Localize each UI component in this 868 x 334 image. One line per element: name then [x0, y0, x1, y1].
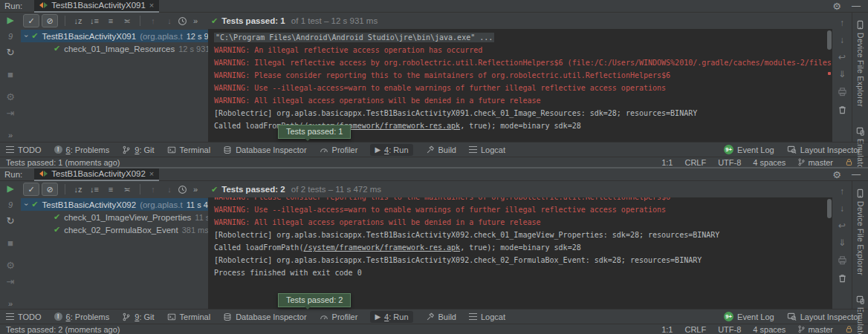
toolbar-problems[interactable]: !6: Problems: [54, 312, 110, 321]
soft-wrap-icon[interactable]: ↩: [838, 221, 846, 230]
expand-all-icon[interactable]: ≡: [103, 185, 119, 194]
toolbar-terminal[interactable]: Terminal: [167, 312, 211, 321]
toolbar-event-log[interactable]: 9+Event Log: [724, 145, 774, 154]
down-arrow-icon[interactable]: ↓: [840, 204, 844, 213]
scroll-to-end-icon[interactable]: ⇓: [838, 238, 846, 247]
up-arrow-icon[interactable]: ↑: [840, 187, 844, 196]
collapse-all-icon[interactable]: ≍: [119, 185, 135, 194]
up-arrow-icon[interactable]: ↑: [840, 19, 844, 27]
lock-icon[interactable]: [845, 158, 853, 166]
console-scrollbar[interactable]: [827, 30, 832, 50]
caret-position[interactable]: 1:1: [661, 325, 673, 334]
toolbar-profiler[interactable]: Profiler: [320, 312, 358, 321]
more-options-icon[interactable]: »: [8, 299, 13, 308]
toolbar-git[interactable]: 9: Git: [122, 145, 154, 154]
toolbar-logcat[interactable]: Logcat: [469, 312, 505, 321]
minimize-icon[interactable]: —: [852, 169, 861, 180]
refresh-icon[interactable]: ↻: [7, 48, 15, 58]
test-tree-row[interactable]: ✔ check_01_Image_Resources 12 s 931 ms: [21, 42, 208, 55]
more-toolbar-icon[interactable]: »: [187, 185, 204, 194]
toolbar-build[interactable]: Build: [426, 145, 456, 154]
line-ending[interactable]: CRLF: [684, 158, 706, 167]
toolbar-event-log[interactable]: 9+Event Log: [724, 312, 774, 321]
toolbar-profiler[interactable]: Profiler: [320, 145, 358, 154]
toolbar-database-inspector[interactable]: Database Inspector: [223, 145, 306, 154]
next-failed-test-icon[interactable]: ↓: [161, 185, 178, 194]
rerun-failed-tests-icon[interactable]: 9: [8, 31, 13, 42]
test-tree-root-row[interactable]: › ✔ TestB1BasicActivityX091 (org.aplas.t…: [21, 30, 208, 42]
run-tab[interactable]: TestB1BasicActivityX092 ×: [34, 168, 159, 181]
test-settings-gear-icon[interactable]: ⚙: [6, 261, 15, 271]
test-tree-root-row[interactable]: › ✔ TestB1BasicActivityX092 (org.aplas.t…: [21, 198, 208, 211]
sort-alphabetically-icon[interactable]: ↓z: [70, 185, 86, 194]
toolbar-database-inspector[interactable]: Database Inspector: [223, 312, 306, 321]
toolbar-problems[interactable]: !6: Problems: [54, 145, 110, 154]
toolbar-git[interactable]: 9: Git: [122, 312, 154, 321]
toolbar-run[interactable]: ▶4: Run: [370, 144, 412, 156]
lock-icon[interactable]: [845, 325, 853, 333]
test-settings-gear-icon[interactable]: ⚙: [6, 92, 15, 102]
soft-wrap-icon[interactable]: ↩: [838, 53, 846, 62]
sort-by-duration-icon[interactable]: ↓≡: [86, 185, 103, 194]
print-icon[interactable]: [838, 87, 847, 96]
sort-alphabetically-icon[interactable]: ↓z: [70, 16, 86, 25]
next-failed-test-icon[interactable]: ↓: [161, 16, 178, 25]
toolbar-logcat[interactable]: Logcat: [469, 145, 505, 154]
show-passed-toggle[interactable]: ✓: [23, 183, 39, 196]
test-history-icon[interactable]: [178, 16, 187, 26]
show-ignored-toggle[interactable]: ⊘: [42, 14, 58, 27]
sort-by-duration-icon[interactable]: ↓≡: [86, 16, 103, 25]
indent-setting[interactable]: 4 spaces: [753, 158, 786, 167]
toolbar-todo[interactable]: TODO: [6, 312, 42, 321]
stop-icon[interactable]: ■: [7, 70, 13, 80]
toolbar-run[interactable]: ▶4: Run: [370, 311, 412, 323]
clear-all-trash-icon[interactable]: [838, 105, 847, 114]
down-arrow-icon[interactable]: ↓: [840, 36, 844, 45]
expand-all-icon[interactable]: ≡: [103, 16, 119, 25]
scroll-to-end-icon[interactable]: ⇓: [838, 70, 846, 79]
import-test-results-icon[interactable]: ⇥: [7, 108, 15, 119]
git-branch-widget[interactable]: master: [797, 325, 833, 334]
line-ending[interactable]: CRLF: [684, 325, 706, 334]
print-icon[interactable]: [838, 255, 847, 265]
show-ignored-toggle[interactable]: ⊘: [42, 183, 58, 196]
previous-failed-test-icon[interactable]: ↑: [145, 16, 161, 25]
file-encoding[interactable]: UTF-8: [718, 325, 741, 334]
git-branch-widget[interactable]: master: [797, 158, 833, 167]
indent-setting[interactable]: 4 spaces: [753, 325, 786, 334]
settings-gear-icon[interactable]: ⚙: [832, 169, 841, 180]
toolbar-terminal[interactable]: Terminal: [167, 145, 211, 154]
test-tree-row[interactable]: ✔ check_01_ImageView_Properties 11 s 91 …: [21, 211, 208, 223]
device-file-explorer-button[interactable]: Device File Explorer: [855, 20, 865, 107]
stop-icon[interactable]: ■: [7, 238, 13, 249]
framework-res-link[interactable]: /system/framework/framework-res.apk: [303, 243, 460, 252]
close-tab-icon[interactable]: ×: [149, 169, 154, 178]
close-tab-icon[interactable]: ×: [149, 1, 154, 10]
more-options-icon[interactable]: »: [8, 131, 13, 140]
toolbar-todo[interactable]: TODO: [6, 145, 42, 154]
test-tree-row[interactable]: ✔ check_02_FormulaBox_Event 381 ms: [21, 223, 208, 236]
clear-all-trash-icon[interactable]: [838, 273, 847, 283]
previous-failed-test-icon[interactable]: ↑: [145, 185, 161, 194]
more-toolbar-icon[interactable]: »: [187, 16, 204, 25]
collapse-all-icon[interactable]: ≍: [119, 16, 135, 26]
chevron-down-icon[interactable]: ›: [22, 35, 30, 37]
test-history-icon[interactable]: [178, 185, 187, 194]
toolbar-layout-inspector[interactable]: Layout Inspector: [787, 145, 861, 154]
run-tab[interactable]: TestB1BasicActivityX091 ×: [34, 0, 159, 13]
minimize-icon[interactable]: —: [852, 1, 861, 11]
rerun-tests-icon[interactable]: ▶: [7, 183, 13, 194]
refresh-icon[interactable]: ↻: [7, 216, 15, 226]
rerun-failed-tests-icon[interactable]: 9: [8, 200, 13, 210]
device-file-explorer-button[interactable]: Device File Explorer: [855, 189, 865, 275]
settings-gear-icon[interactable]: ⚙: [832, 1, 841, 12]
show-passed-toggle[interactable]: ✓: [23, 14, 39, 27]
console-scrollbar[interactable]: [827, 199, 832, 218]
file-encoding[interactable]: UTF-8: [718, 158, 741, 167]
rerun-tests-icon[interactable]: ▶: [7, 15, 13, 25]
chevron-down-icon[interactable]: ›: [22, 203, 30, 206]
import-test-results-icon[interactable]: ⇥: [7, 277, 15, 287]
caret-position[interactable]: 1:1: [661, 158, 673, 167]
toolbar-layout-inspector[interactable]: Layout Inspector: [787, 312, 861, 321]
toolbar-build[interactable]: Build: [426, 312, 456, 321]
